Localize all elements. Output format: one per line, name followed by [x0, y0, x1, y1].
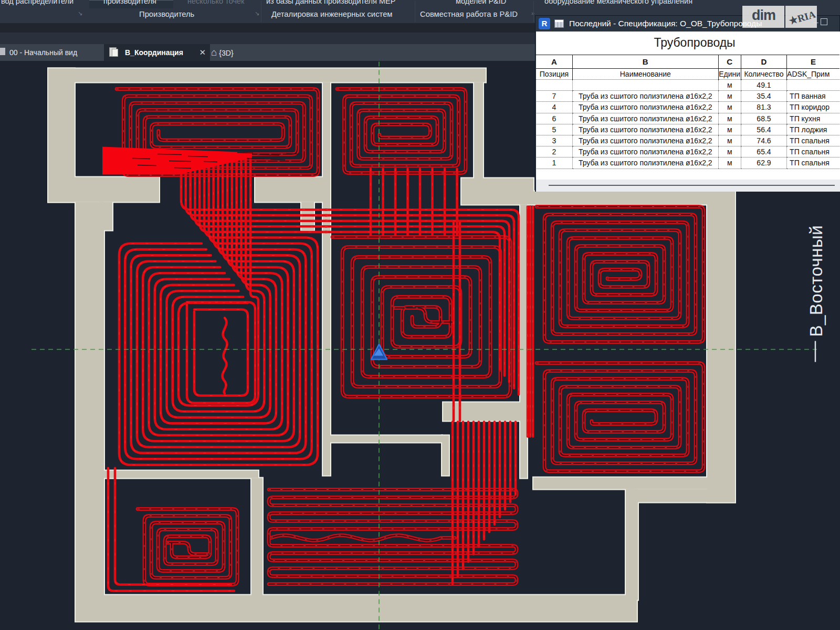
svg-text:В_Восточный: В_Восточный	[806, 225, 826, 337]
